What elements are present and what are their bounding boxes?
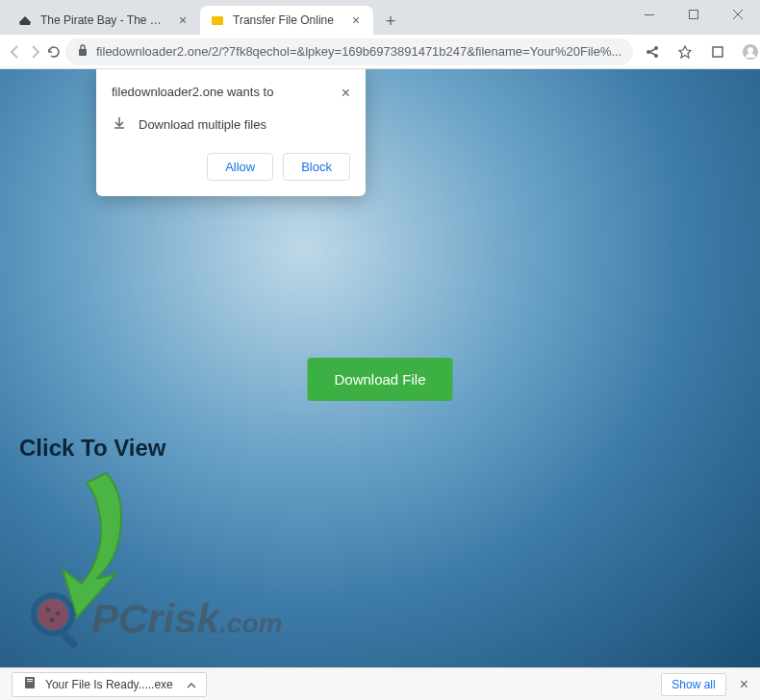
bookmark-icon[interactable] [670, 38, 700, 65]
allow-button[interactable]: Allow [207, 153, 273, 181]
share-icon[interactable] [637, 38, 668, 65]
chevron-up-icon[interactable] [187, 678, 196, 691]
svg-rect-18 [60, 631, 79, 648]
svg-rect-20 [27, 679, 33, 680]
svg-rect-2 [212, 16, 223, 25]
new-tab-button[interactable]: + [377, 8, 404, 35]
permission-title: filedownloader2.one wants to [112, 85, 273, 99]
profile-icon[interactable] [735, 38, 760, 65]
back-button[interactable] [8, 38, 23, 65]
svg-point-6 [654, 54, 658, 58]
svg-rect-7 [713, 47, 722, 57]
download-file-button[interactable]: Download File [307, 358, 452, 401]
maximize-button[interactable] [671, 0, 716, 29]
show-all-button[interactable]: Show all [661, 673, 725, 696]
page-content: filedownloader2.one wants to × Download … [0, 69, 760, 667]
svg-point-17 [50, 618, 55, 623]
svg-point-9 [747, 47, 753, 53]
close-icon[interactable]: × [342, 85, 350, 102]
svg-point-4 [654, 46, 658, 50]
svg-rect-19 [25, 677, 35, 688]
minimize-button[interactable] [627, 0, 671, 29]
download-icon [112, 115, 127, 134]
forward-button[interactable] [27, 38, 42, 65]
svg-point-15 [46, 608, 51, 612]
lock-icon [77, 43, 89, 60]
ship-icon [17, 12, 33, 28]
svg-rect-1 [690, 11, 698, 19]
tab-transfer-file[interactable]: Transfer File Online × [200, 6, 373, 35]
download-filename: Your File Is Ready.....exe [45, 678, 173, 691]
svg-point-16 [56, 612, 61, 616]
click-to-view-label: Click To View [19, 435, 166, 462]
tab-close-icon[interactable]: × [348, 12, 364, 28]
folder-icon [210, 12, 225, 28]
close-icon[interactable]: × [740, 676, 748, 693]
reload-button[interactable] [46, 38, 62, 65]
file-icon [22, 675, 38, 693]
svg-rect-0 [645, 14, 654, 15]
permission-body: Download multiple files [139, 117, 266, 132]
extensions-icon[interactable] [702, 38, 733, 65]
address-bar[interactable]: filedownloader2.one/2/?7fk8qechol=&lpkey… [65, 38, 633, 65]
svg-rect-3 [79, 49, 87, 56]
tab-title: The Pirate Bay - The galaxy's mo... [40, 13, 167, 27]
svg-point-5 [646, 50, 650, 54]
tab-pirate-bay[interactable]: The Pirate Bay - The galaxy's mo... × [8, 6, 200, 35]
watermark-text: PCrisk.com [91, 596, 282, 642]
window-controls [627, 0, 760, 29]
block-button[interactable]: Block [283, 153, 350, 181]
svg-point-14 [38, 599, 68, 630]
download-bar: Your File Is Ready.....exe Show all × [0, 667, 760, 700]
watermark: PCrisk.com [29, 590, 282, 648]
tab-title: Transfer File Online [233, 13, 341, 27]
magnifier-icon [29, 590, 87, 648]
toolbar-right [637, 38, 760, 65]
toolbar: filedownloader2.one/2/?7fk8qechol=&lpkey… [0, 35, 760, 69]
close-window-button[interactable] [716, 0, 760, 29]
permission-popup: filedownloader2.one wants to × Download … [96, 69, 366, 196]
tab-close-icon[interactable]: × [175, 12, 190, 28]
svg-rect-21 [27, 681, 33, 682]
download-item[interactable]: Your File Is Ready.....exe [12, 672, 207, 697]
url-text: filedownloader2.one/2/?7fk8qechol=&lpkey… [96, 44, 621, 59]
